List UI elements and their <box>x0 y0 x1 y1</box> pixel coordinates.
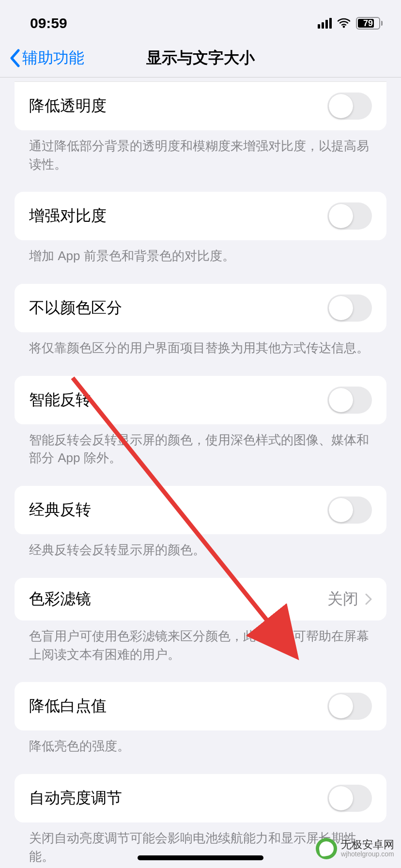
group-color-filters: 色彩滤镜 关闭 色盲用户可使用色彩滤镜来区分颜色，此功能还可帮助在屏幕上阅读文本… <box>15 578 386 664</box>
footer-text: 经典反转会反转显示屏的颜色。 <box>15 534 386 559</box>
group-classic-invert: 经典反转 经典反转会反转显示屏的颜色。 <box>15 486 386 559</box>
status-right: 79 <box>318 17 383 30</box>
toggle-reduce-transparency[interactable] <box>327 93 372 120</box>
group-increase-contrast: 增强对比度 增加 App 前景色和背景色的对比度。 <box>15 192 386 265</box>
cell-reduce-transparency[interactable]: 降低透明度 <box>15 81 386 130</box>
chevron-left-icon <box>9 49 20 67</box>
footer-text: 将仅靠颜色区分的用户界面项目替换为用其他方式传达信息。 <box>15 332 386 357</box>
group-differentiate-without-color: 不以颜色区分 将仅靠颜色区分的用户界面项目替换为用其他方式传达信息。 <box>15 284 386 357</box>
cell-reduce-white-point[interactable]: 降低白点值 <box>15 682 386 730</box>
footer-text: 通过降低部分背景的透明度和模糊度来增强对比度，以提高易读性。 <box>15 130 386 173</box>
toggle-smart-invert[interactable] <box>327 387 372 414</box>
cell-label: 色彩滤镜 <box>29 589 91 610</box>
watermark: 无极安卓网 wjhotelgroup.com <box>316 838 394 859</box>
footer-text: 色盲用户可使用色彩滤镜来区分颜色，此功能还可帮助在屏幕上阅读文本有困难的用户。 <box>15 620 386 664</box>
wifi-icon <box>337 18 351 29</box>
cell-label: 自动亮度调节 <box>29 788 122 809</box>
cell-value: 关闭 <box>327 589 358 610</box>
group-smart-invert: 智能反转 智能反转会反转显示屏的颜色，使用深色样式的图像、媒体和部分 App 除… <box>15 376 386 467</box>
watermark-en: wjhotelgroup.com <box>341 851 394 858</box>
toggle-reduce-white-point[interactable] <box>327 693 372 720</box>
navigation-bar: 辅助功能 显示与文字大小 <box>0 39 401 78</box>
cell-auto-brightness[interactable]: 自动亮度调节 <box>15 774 386 822</box>
cell-label: 不以颜色区分 <box>29 297 122 319</box>
cell-label: 降低白点值 <box>29 696 107 717</box>
cell-label: 经典反转 <box>29 499 91 521</box>
cell-increase-contrast[interactable]: 增强对比度 <box>15 192 386 240</box>
cell-classic-invert[interactable]: 经典反转 <box>15 486 386 534</box>
footer-text: 增加 App 前景色和背景色的对比度。 <box>15 240 386 265</box>
status-time: 09:59 <box>30 15 67 31</box>
cell-label: 增强对比度 <box>29 205 107 227</box>
watermark-cn: 无极安卓网 <box>341 839 394 851</box>
cell-smart-invert[interactable]: 智能反转 <box>15 376 386 424</box>
group-reduce-transparency: 降低透明度 通过降低部分背景的透明度和模糊度来增强对比度，以提高易读性。 <box>15 81 386 173</box>
cell-label: 降低透明度 <box>29 95 107 117</box>
page-title: 显示与文字大小 <box>146 47 255 69</box>
toggle-differentiate-without-color[interactable] <box>327 294 372 322</box>
watermark-logo-icon <box>316 838 337 859</box>
footer-text: 智能反转会反转显示屏的颜色，使用深色样式的图像、媒体和部分 App 除外。 <box>15 424 386 467</box>
cell-label: 智能反转 <box>29 389 91 411</box>
settings-content: 降低透明度 通过降低部分背景的透明度和模糊度来增强对比度，以提高易读性。 增强对… <box>0 81 401 868</box>
toggle-increase-contrast[interactable] <box>327 202 372 230</box>
cell-differentiate-without-color[interactable]: 不以颜色区分 <box>15 284 386 332</box>
footer-text: 降低亮色的强度。 <box>15 730 386 756</box>
battery-icon: 79 <box>356 17 383 30</box>
toggle-auto-brightness[interactable] <box>327 785 372 812</box>
home-indicator[interactable] <box>138 855 263 860</box>
cellular-signal-icon <box>318 18 332 29</box>
cell-color-filters[interactable]: 色彩滤镜 关闭 <box>15 578 386 620</box>
toggle-classic-invert[interactable] <box>327 496 372 524</box>
back-label: 辅助功能 <box>22 47 84 69</box>
chevron-right-icon <box>365 593 372 605</box>
group-reduce-white-point: 降低白点值 降低亮色的强度。 <box>15 682 386 756</box>
back-button[interactable]: 辅助功能 <box>9 47 84 69</box>
status-bar: 09:59 79 <box>0 0 401 39</box>
